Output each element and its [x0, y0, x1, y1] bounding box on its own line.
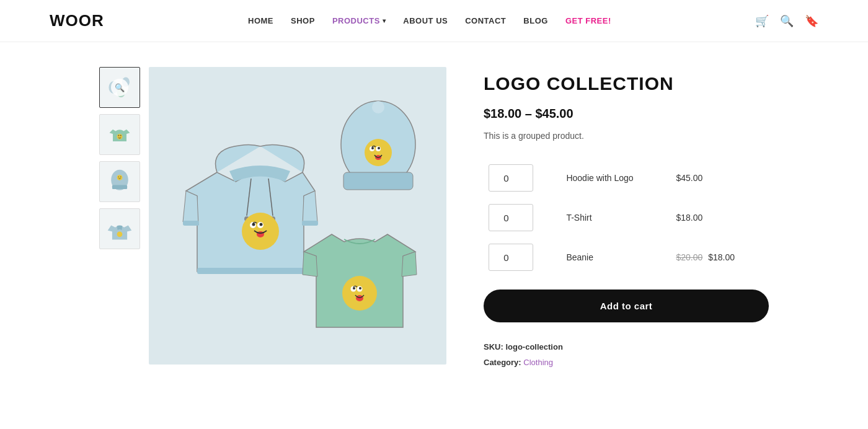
category-line: Category: Clothing — [484, 355, 769, 371]
variant-row-beanie: Beanie $20.00 $18.00 — [484, 237, 769, 277]
svg-point-38 — [359, 287, 361, 290]
svg-point-32 — [378, 147, 380, 149]
main-nav: HOME SHOP PRODUCTS ▾ ABOUT US CONTACT BL… — [248, 16, 611, 25]
variant-name-beanie: Beanie — [561, 237, 671, 277]
svg-point-5 — [120, 135, 122, 136]
qty-input-beanie[interactable] — [489, 244, 533, 271]
thumbnail-3[interactable] — [99, 161, 140, 202]
header-icons: 🛒 🔍 🔖 — [755, 14, 818, 28]
qty-input-hoodie[interactable] — [489, 164, 533, 192]
logo[interactable]: WOOR — [50, 11, 104, 30]
svg-point-11 — [117, 231, 123, 237]
svg-point-27 — [372, 101, 384, 113]
nav-blog[interactable]: BLOG — [523, 16, 548, 25]
svg-rect-17 — [302, 221, 318, 226]
category-value[interactable]: Clothing — [523, 358, 553, 367]
nav-products[interactable]: PRODUCTS ▾ — [332, 16, 386, 25]
svg-rect-16 — [183, 221, 199, 226]
add-to-cart-button[interactable]: Add to cart — [484, 290, 769, 322]
variant-price-hoodie: $45.00 — [671, 158, 769, 198]
nav-about[interactable]: ABOUT US — [403, 16, 448, 25]
zoom-icon: 🔍 — [111, 79, 128, 96]
svg-point-22 — [252, 223, 255, 226]
svg-point-4 — [118, 135, 119, 136]
search-icon[interactable]: 🔍 — [780, 14, 794, 28]
header: WOOR HOME SHOP PRODUCTS ▾ ABOUT US CONTA… — [0, 0, 868, 42]
nav-home[interactable]: HOME — [248, 16, 273, 25]
product-meta: SKU: logo-collection Category: Clothing — [484, 340, 769, 370]
svg-point-34 — [342, 276, 377, 311]
nav-get-free[interactable]: GET FREE! — [565, 16, 611, 25]
svg-point-8 — [117, 175, 123, 180]
sku-label: SKU: — [484, 342, 503, 352]
thumbnail-1[interactable]: 🔍 — [99, 67, 140, 108]
product-description: This is a grouped product. — [484, 131, 769, 141]
main-content: 🔍 — [62, 42, 806, 395]
nav-shop[interactable]: SHOP — [291, 16, 315, 25]
variant-row-hoodie: Hoodie with Logo $45.00 — [484, 158, 769, 198]
qty-input-tshirt[interactable] — [489, 204, 533, 231]
svg-point-9 — [118, 176, 120, 177]
svg-point-39 — [356, 295, 363, 301]
main-product-image[interactable] — [149, 67, 446, 365]
beanie-original-price: $20.00 — [676, 252, 702, 262]
svg-rect-18 — [197, 268, 304, 274]
svg-point-28 — [365, 139, 392, 166]
variant-row-tshirt: T-Shirt $18.00 — [484, 198, 769, 237]
svg-point-37 — [353, 287, 355, 290]
variant-price-beanie: $20.00 $18.00 — [671, 237, 769, 277]
svg-point-31 — [371, 147, 374, 149]
beanie-sale-price: $18.00 — [708, 252, 735, 262]
variant-price-tshirt: $18.00 — [671, 198, 769, 237]
product-info: LOGO COLLECTION $18.00 – $45.00 This is … — [484, 67, 769, 370]
svg-point-10 — [120, 176, 122, 177]
variant-name-hoodie: Hoodie with Logo — [561, 158, 671, 198]
variant-name-tshirt: T-Shirt — [561, 198, 671, 237]
sku-value: logo-collection — [505, 342, 562, 352]
svg-rect-26 — [343, 172, 413, 190]
product-title: LOGO COLLECTION — [484, 73, 769, 94]
category-label: Category: — [484, 358, 521, 367]
svg-point-23 — [260, 223, 263, 226]
products-chevron-icon: ▾ — [383, 17, 386, 24]
sku-line: SKU: logo-collection — [484, 340, 769, 355]
svg-rect-7 — [112, 185, 127, 190]
thumbnail-4[interactable] — [99, 208, 140, 249]
nav-contact[interactable]: CONTACT — [465, 16, 506, 25]
nav-products-label: PRODUCTS — [332, 16, 380, 25]
thumbnail-2[interactable] — [99, 114, 140, 155]
product-price: $18.00 – $45.00 — [484, 107, 769, 121]
variants-table: Hoodie with Logo $45.00 T-Shirt $18.00 — [484, 158, 769, 277]
product-gallery: 🔍 — [99, 67, 446, 370]
cart-icon[interactable]: 🛒 — [755, 14, 769, 28]
bookmark-icon[interactable]: 🔖 — [805, 14, 818, 28]
thumbnail-list: 🔍 — [99, 67, 140, 370]
